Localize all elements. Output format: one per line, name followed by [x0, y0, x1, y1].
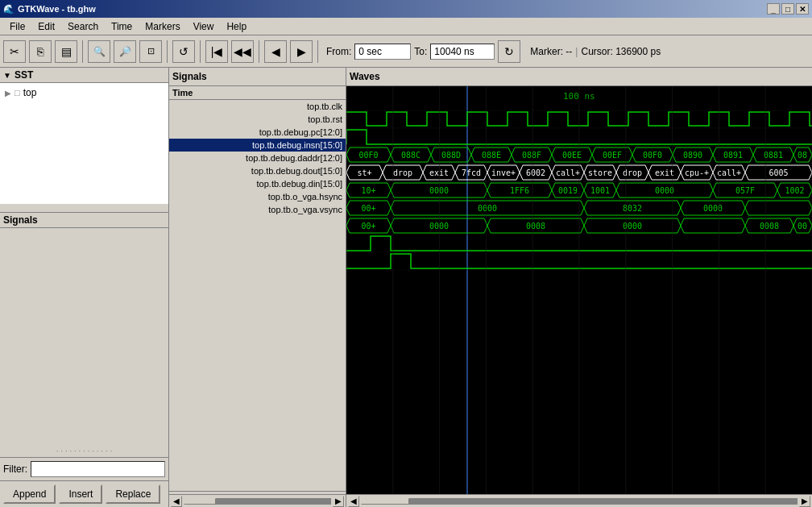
zoom-out-button[interactable]: 🔎 — [114, 40, 136, 63]
signals-panel-header: Signals — [169, 68, 346, 86]
scroll-thumb[interactable] — [184, 498, 216, 505]
signal-row-daddr[interactable]: top.tb.debug.daddr[12:0] — [169, 152, 346, 164]
waves-content — [346, 86, 812, 494]
button-row: Append Insert Replace — [0, 480, 168, 507]
time-range: From: To: — [326, 44, 495, 60]
toolbar-separator-2 — [167, 40, 168, 63]
menu-edit[interactable]: Edit — [31, 19, 61, 34]
toolbar-separator-1 — [82, 40, 83, 63]
zoom-fit-button[interactable]: ⊡ — [139, 40, 162, 63]
undo-button[interactable]: ↺ — [172, 40, 195, 63]
signals-list: top.tb.clk top.tb.rst top.tb.debug.pc[12… — [169, 100, 346, 491]
dots-divider: · · · · · · · · · · · · · — [0, 445, 168, 457]
waves-title: Waves — [350, 71, 380, 82]
menu-bar: File Edit Search Time Markers View Help — [0, 18, 812, 35]
window-title: GTKWave - tb.ghw — [18, 4, 96, 14]
signals-bottom: Signals · · · · · · · · · · · · · Filter… — [0, 213, 168, 507]
insert-button[interactable]: Insert — [59, 484, 102, 504]
waves-scroll-track[interactable] — [361, 498, 798, 505]
tree-item-label: top — [23, 87, 37, 98]
from-input[interactable] — [354, 44, 411, 60]
replace-button[interactable]: Replace — [106, 484, 160, 504]
menu-search[interactable]: Search — [61, 19, 105, 34]
tree-item-top[interactable]: ▶ □ top — [3, 86, 165, 99]
menu-view[interactable]: View — [187, 19, 221, 34]
minimize-button[interactable]: _ — [767, 3, 780, 15]
signal-row-hsync[interactable]: top.tb.o_vga.hsync — [169, 190, 346, 203]
filter-input[interactable] — [31, 461, 165, 477]
signal-row-dout[interactable]: top.tb.debug.dout[15:0] — [169, 164, 346, 177]
filter-label: Filter: — [3, 463, 27, 475]
toolbar-separator-4 — [259, 40, 259, 63]
signal-row-clk[interactable]: top.tb.clk — [169, 100, 346, 113]
waves-scroll-thumb[interactable] — [361, 498, 409, 505]
marker-info: Marker: -- | Cursor: 136900 ps — [530, 46, 661, 57]
nav-left-button[interactable]: ◀ — [264, 40, 287, 63]
separator-bar: | — [575, 46, 578, 57]
cursor-label: Cursor: 136900 ps — [581, 46, 661, 57]
signal-row-vsync[interactable]: top.tb.o_vga.vsync — [169, 203, 346, 216]
paste-button[interactable]: ▤ — [55, 40, 77, 63]
signals-bottom-area — [0, 228, 168, 445]
left-panel: ▼ SST ▶ □ top Signals · · · · · · · · · … — [0, 68, 169, 507]
signal-col-header: Time — [169, 86, 346, 100]
signals-panel: Signals Time top.tb.clk top.tb.rst top.t… — [169, 68, 346, 507]
scroll-left-arrow[interactable]: ◀ — [171, 496, 182, 507]
maximize-button[interactable]: □ — [781, 3, 794, 15]
tree-expand-icon: ▶ — [5, 89, 11, 98]
waves-scroll-left[interactable]: ◀ — [348, 496, 359, 507]
tree-folder-icon: □ — [14, 88, 20, 98]
waves-panel: Waves ◀ ▶ — [346, 68, 812, 507]
app-icon: 🌊 — [3, 4, 14, 15]
waves-scrollbar[interactable]: ◀ ▶ — [346, 494, 812, 507]
zoom-in-button[interactable]: 🔍 — [88, 40, 110, 63]
menu-time[interactable]: Time — [105, 19, 139, 34]
marker-label: Marker: -- — [530, 46, 572, 57]
first-button[interactable]: |◀ — [205, 40, 228, 63]
append-button[interactable]: Append — [3, 484, 56, 504]
nav-right-button[interactable]: ▶ — [290, 40, 313, 63]
toolbar-separator-3 — [200, 40, 201, 63]
sst-section: ▼ SST ▶ □ top — [0, 68, 168, 213]
refresh-button[interactable]: ↻ — [498, 40, 520, 63]
signals-scrollbar[interactable]: ◀ ▶ — [169, 494, 346, 507]
cut-button[interactable]: ✂ — [3, 40, 26, 63]
menu-markers[interactable]: Markers — [139, 19, 186, 34]
to-label: To: — [414, 46, 427, 57]
sst-tree: ▶ □ top — [0, 83, 168, 204]
scroll-right-arrow[interactable]: ▶ — [333, 496, 344, 507]
signal-row-rst[interactable]: top.tb.rst — [169, 113, 346, 126]
menu-help[interactable]: Help — [220, 19, 253, 34]
sst-collapse-icon[interactable]: ▼ — [3, 71, 11, 80]
toolbar-separator-5 — [317, 40, 318, 63]
sst-header: ▼ SST — [0, 68, 168, 83]
copy-button[interactable]: ⎘ — [29, 40, 52, 63]
sst-title: SST — [14, 69, 33, 81]
toolbar: ✂ ⎘ ▤ 🔍 🔎 ⊡ ↺ |◀ ◀◀ ◀ ▶ From: To: ↻ Mark… — [0, 35, 812, 68]
prev-button[interactable]: ◀◀ — [231, 40, 254, 63]
signal-row-pc[interactable]: top.tb.debug.pc[12:0] — [169, 126, 346, 139]
signals-bottom-title: Signals — [3, 214, 38, 226]
signal-row-insn[interactable]: top.tb.debug.insn[15:0] — [169, 139, 346, 152]
to-input[interactable] — [430, 44, 495, 60]
signal-row-din[interactable]: top.tb.debug.din[15:0] — [169, 177, 346, 190]
wave-canvas — [346, 86, 812, 494]
scroll-track[interactable] — [184, 498, 331, 505]
filter-row: Filter: — [0, 457, 168, 480]
menu-file[interactable]: File — [3, 19, 31, 34]
main-content: ▼ SST ▶ □ top Signals · · · · · · · · · … — [0, 68, 812, 507]
window-controls[interactable]: _ □ ✕ — [767, 3, 809, 15]
time-col-label: Time — [172, 88, 193, 98]
title-bar: 🌊 GTKWave - tb.ghw _ □ ✕ — [0, 0, 812, 18]
waves-header: Waves — [346, 68, 812, 86]
signals-panel-title: Signals — [172, 71, 207, 82]
signals-bottom-header: Signals — [0, 213, 168, 228]
from-label: From: — [326, 46, 351, 57]
close-button[interactable]: ✕ — [796, 3, 809, 15]
waves-scroll-right[interactable]: ▶ — [799, 496, 810, 507]
